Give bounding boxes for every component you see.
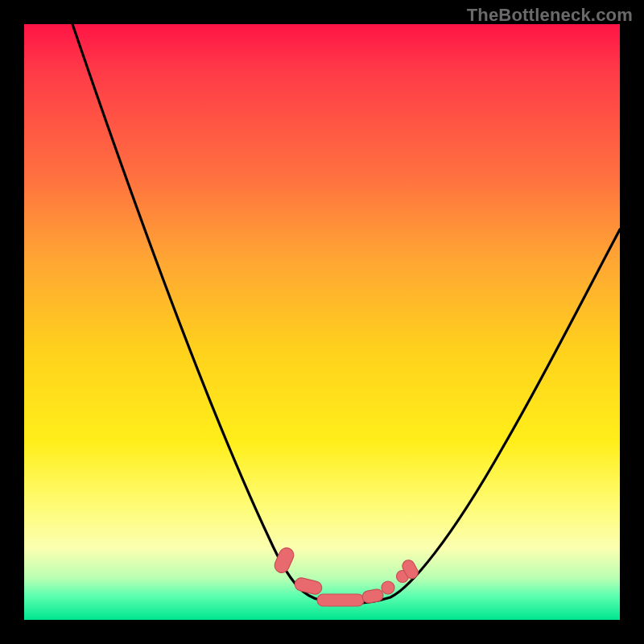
svg-point-5: [397, 571, 409, 583]
bottleneck-curve: [72, 24, 620, 603]
svg-rect-6: [400, 558, 420, 580]
curve-layer: [24, 24, 620, 620]
svg-rect-0: [272, 546, 295, 576]
chart-plot-area: [24, 24, 620, 620]
watermark-text: TheBottleneck.com: [467, 5, 633, 26]
svg-rect-2: [317, 594, 364, 606]
svg-rect-1: [294, 576, 324, 596]
svg-point-4: [382, 581, 394, 594]
trough-markers: [272, 546, 420, 606]
svg-rect-3: [361, 588, 384, 604]
